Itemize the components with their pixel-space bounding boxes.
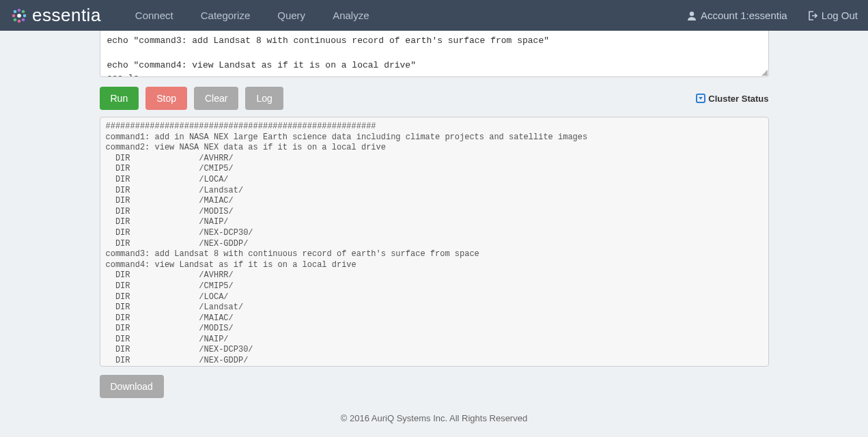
svg-point-4 <box>17 14 21 18</box>
clear-button[interactable]: Clear <box>194 87 238 110</box>
nav-query[interactable]: Query <box>277 10 305 21</box>
resize-handle-icon[interactable] <box>761 70 768 76</box>
logout-link[interactable]: Log Out <box>808 10 858 21</box>
brand-text: essentia <box>32 5 101 26</box>
nav-analyze[interactable]: Analyze <box>333 10 369 21</box>
log-button[interactable]: Log <box>245 87 283 110</box>
top-navbar: essentia Connect Categorize Query Analyz… <box>0 0 868 31</box>
output-console: ########################################… <box>100 117 769 367</box>
nav-categorize[interactable]: Categorize <box>201 10 251 21</box>
svg-point-8 <box>22 18 25 21</box>
footer-text: © 2016 AuriQ Systems Inc. All Rights Res… <box>0 408 868 429</box>
account-link[interactable]: Account 1:essentia <box>687 10 787 21</box>
logout-icon <box>808 11 817 20</box>
action-toolbar: Run Stop Clear Log Cluster Status <box>100 87 769 110</box>
svg-point-1 <box>18 8 21 12</box>
navbar-right: Account 1:essentia Log Out <box>687 10 858 21</box>
svg-point-0 <box>14 10 17 13</box>
nav-links: Connect Categorize Query Analyze <box>135 10 369 21</box>
svg-point-5 <box>23 14 27 17</box>
svg-point-7 <box>18 19 21 23</box>
svg-point-9 <box>690 12 694 16</box>
svg-point-6 <box>14 18 17 21</box>
output-text: ########################################… <box>106 122 588 365</box>
script-editor[interactable]: echo "command3: add Landsat 8 with conti… <box>100 31 769 77</box>
script-text: echo "command3: add Landsat 8 with conti… <box>107 36 550 77</box>
run-button[interactable]: Run <box>100 87 139 110</box>
stop-button[interactable]: Stop <box>145 87 187 110</box>
nav-connect[interactable]: Connect <box>135 10 173 21</box>
brand-logo[interactable]: essentia <box>10 5 101 26</box>
account-label: Account 1:essentia <box>701 10 787 21</box>
logout-label: Log Out <box>822 10 858 21</box>
svg-point-3 <box>12 14 16 17</box>
svg-point-2 <box>22 10 25 13</box>
download-button[interactable]: Download <box>100 375 164 398</box>
chevron-down-icon <box>696 94 705 103</box>
cluster-status-label: Cluster Status <box>708 94 768 104</box>
cluster-status-toggle[interactable]: Cluster Status <box>696 94 768 104</box>
user-icon <box>687 11 697 20</box>
essentia-logo-icon <box>10 7 28 25</box>
